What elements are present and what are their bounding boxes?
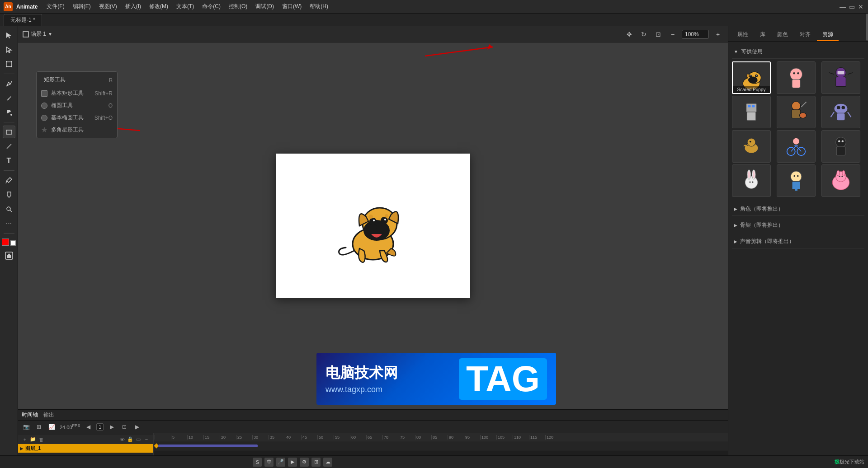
add-layer-btn[interactable]: + xyxy=(22,436,28,443)
paint-bucket-tool[interactable] xyxy=(3,106,15,119)
basic-ellipse-tool[interactable]: 基本椭圆工具 Shift+O xyxy=(37,112,117,124)
asset-rabbit-character[interactable] xyxy=(732,164,771,197)
brush-tool[interactable] xyxy=(3,92,15,104)
basic-rect-tool[interactable]: 基本矩形工具 Shift+R xyxy=(37,87,117,99)
subselection-tool[interactable] xyxy=(3,43,15,56)
hand-tool-btn[interactable]: ✥ xyxy=(624,29,635,40)
scroll-indicator[interactable] xyxy=(866,14,868,41)
restore-button[interactable]: ▭ xyxy=(848,3,855,10)
menu-edit[interactable]: 编辑(E) xyxy=(69,1,94,12)
more-tools[interactable]: ··· xyxy=(3,217,15,230)
menu-insert[interactable]: 插入(I) xyxy=(122,1,145,12)
asset-robot-character[interactable] xyxy=(732,96,771,128)
status-icon-5[interactable]: ⚙ xyxy=(300,458,309,467)
layer-row-1[interactable]: ▶ 图层_1 xyxy=(18,444,153,453)
track-row-1[interactable] xyxy=(154,441,728,450)
zoom-increase-btn[interactable]: + xyxy=(712,29,723,40)
tl-frame-number[interactable]: 1 xyxy=(96,423,104,431)
tl-add-layer-btn[interactable]: ⊞ xyxy=(34,422,43,431)
status-icon-7[interactable]: ☁ xyxy=(323,458,332,467)
asset-alien-character[interactable] xyxy=(821,96,860,128)
ruler-mark-60: 60 xyxy=(350,435,366,440)
menu-debug[interactable]: 调试(D) xyxy=(252,1,278,12)
audio-section-header[interactable]: ▶ 声音剪辑（即将推出） xyxy=(732,235,864,248)
svg-rect-78 xyxy=(792,189,795,193)
lock-toggle[interactable]: 🔒 xyxy=(127,436,133,443)
menu-file[interactable]: 文件(F) xyxy=(43,1,68,12)
asset-dark-character[interactable] xyxy=(821,130,860,163)
timeline-tab-bar: 时间轴 输出 xyxy=(18,410,728,421)
tab-assets[interactable]: 资源 xyxy=(817,29,839,41)
svg-point-64 xyxy=(793,138,800,145)
rectangle-tool[interactable] xyxy=(3,126,15,138)
status-icon-2[interactable]: 中 xyxy=(264,458,274,467)
tl-play-btn[interactable]: ▶ xyxy=(132,422,142,431)
menu-window[interactable]: 窗口(W) xyxy=(278,1,305,12)
tl-fit-btn[interactable]: ⊡ xyxy=(120,422,129,431)
asset-cartoon-boy[interactable] xyxy=(777,164,816,197)
eyedropper-tool[interactable] xyxy=(3,174,15,187)
add-folder-btn[interactable]: 📁 xyxy=(30,436,36,443)
asset-ninja-character[interactable] xyxy=(821,61,860,94)
asset-pink-character[interactable] xyxy=(777,61,816,94)
output-tab[interactable]: 输出 xyxy=(43,411,54,419)
tl-prev-frame-btn[interactable]: ◀ xyxy=(84,422,93,431)
zoom-decrease-btn[interactable]: − xyxy=(667,29,678,40)
foreground-color[interactable] xyxy=(2,239,9,246)
menu-command[interactable]: 命令(C) xyxy=(198,1,224,12)
polygon-star-tool[interactable]: 多角星形工具 xyxy=(37,124,117,136)
selection-tool[interactable] xyxy=(3,29,15,42)
timeline-tab[interactable]: 时间轴 xyxy=(22,411,38,419)
svg-point-32 xyxy=(755,75,758,77)
ellipse-tool[interactable]: 椭圆工具 O xyxy=(37,99,117,112)
scene-dropdown-arrow[interactable]: ▼ xyxy=(48,32,52,37)
pencil-tool[interactable] xyxy=(3,140,15,153)
delete-layer-btn[interactable]: 🗑 xyxy=(38,436,44,443)
menu-control[interactable]: 控制(O) xyxy=(225,1,251,12)
tl-graph-btn[interactable]: 📈 xyxy=(47,422,56,431)
background-color[interactable] xyxy=(10,240,16,246)
asset-scared-puppy[interactable]: Scared Puppy xyxy=(732,61,771,94)
tl-camera-btn[interactable]: 📷 xyxy=(22,422,31,431)
menu-modify[interactable]: 修改(M) xyxy=(146,1,172,12)
asset-pink-round[interactable] xyxy=(821,164,860,197)
outline-toggle[interactable]: ▭ xyxy=(135,436,142,443)
asset-tool[interactable] xyxy=(3,249,15,262)
status-icon-1[interactable]: S xyxy=(253,458,262,467)
pen-tool[interactable] xyxy=(3,77,15,90)
tab-align[interactable]: 对齐 xyxy=(794,29,816,41)
close-button[interactable]: ✕ xyxy=(857,3,864,10)
rigs-section-header[interactable]: ▶ 骨架（即将推出） xyxy=(732,219,864,232)
paint-tool[interactable] xyxy=(3,188,15,201)
tab-bar: 无标题-1 * xyxy=(0,14,868,26)
visibility-toggle[interactable]: 👁 xyxy=(119,436,125,443)
tl-next-frame-btn[interactable]: ▶ xyxy=(107,422,116,431)
menu-text[interactable]: 文本(T) xyxy=(173,1,198,12)
scene-selector[interactable]: 场景 1 ▼ xyxy=(23,30,52,38)
available-section-header[interactable]: ▼ 可供使用 xyxy=(732,45,864,59)
tab-color[interactable]: 颜色 xyxy=(772,29,793,41)
zoom-input[interactable] xyxy=(682,30,709,39)
status-icon-6[interactable]: ⊞ xyxy=(311,458,321,467)
asset-bird-character[interactable] xyxy=(732,130,771,163)
minimize-button[interactable]: — xyxy=(839,3,846,10)
tab-properties[interactable]: 属性 xyxy=(732,29,754,41)
svg-point-25 xyxy=(376,225,382,229)
status-icon-4[interactable]: ▶ xyxy=(288,458,297,467)
document-tab[interactable]: 无标题-1 * xyxy=(4,14,42,26)
text-tool[interactable]: T xyxy=(3,154,15,167)
menu-help[interactable]: 帮助(H) xyxy=(306,1,332,12)
zoom-tool[interactable] xyxy=(3,203,15,215)
fit-stage-btn[interactable]: ⊡ xyxy=(653,29,664,40)
characters-section-header[interactable]: ▶ 角色（即将推出） xyxy=(732,202,864,216)
status-icon-3[interactable]: 🎤 xyxy=(276,458,285,467)
asset-warrior-character[interactable] xyxy=(777,96,816,128)
rotate-view-btn[interactable]: ↻ xyxy=(638,29,649,40)
svg-point-23 xyxy=(373,220,375,221)
menu-view[interactable]: 视图(V) xyxy=(95,1,121,12)
free-transform-tool[interactable] xyxy=(3,58,15,70)
motion-path-toggle[interactable]: ~ xyxy=(143,436,150,443)
tab-library[interactable]: 库 xyxy=(755,29,771,41)
ruler-mark-40: 40 xyxy=(285,435,301,440)
asset-bike-character[interactable] xyxy=(777,130,816,163)
